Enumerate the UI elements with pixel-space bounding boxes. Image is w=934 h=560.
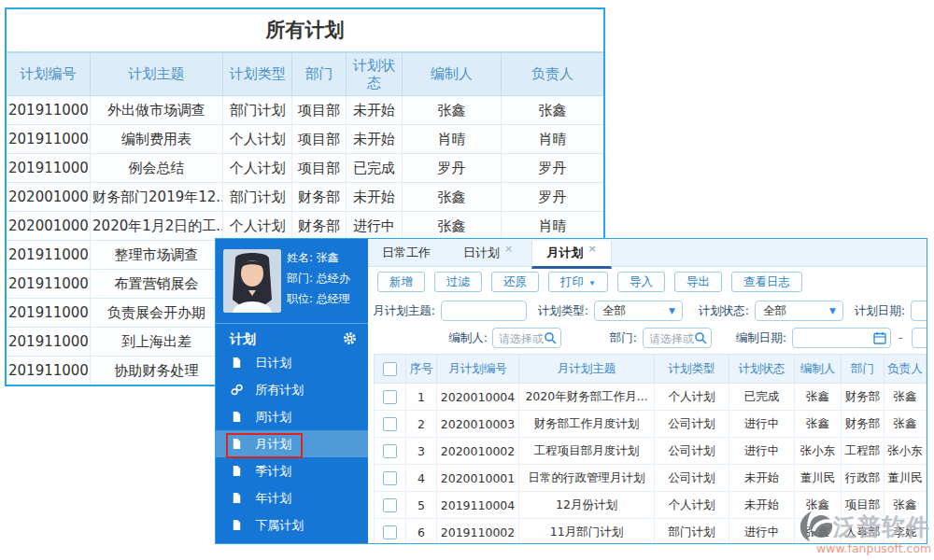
close-icon[interactable]: ×: [587, 243, 596, 255]
row-checkbox[interactable]: [383, 525, 397, 539]
row-checkbox[interactable]: [383, 498, 397, 512]
sidebar-item-label: 周计划: [255, 410, 291, 424]
tab-bar: 日常工作 日计划× 月计划×: [368, 239, 927, 267]
profile-dept: 部门: 总经办: [287, 271, 350, 287]
tab-daily-plan[interactable]: 日计划×: [449, 239, 527, 267]
owner-link[interactable]: 张鑫: [884, 384, 927, 411]
plan-code-link[interactable]: 2019110002: [437, 519, 519, 545]
sidebar-item-weekly-plan[interactable]: 周计划: [216, 403, 368, 430]
reset-button[interactable]: 还原: [491, 272, 539, 292]
plan-subject-link[interactable]: 财务部工作月度计划: [519, 411, 655, 438]
add-button[interactable]: 新增: [377, 272, 425, 292]
plan-code-link[interactable]: 2019110004: [437, 492, 519, 519]
sidebar-item-quarterly-plan[interactable]: 季计划: [216, 457, 368, 484]
view-log-button[interactable]: 查看日志: [731, 272, 802, 292]
author-link[interactable]: 董川民: [795, 465, 842, 492]
sidebar: 姓名: 张鑫 部门: 总经办 职位: 总经理 计划 日计划 所有计划: [216, 239, 368, 543]
dept-input[interactable]: [643, 328, 712, 348]
compile-date-end-input[interactable]: [912, 328, 927, 348]
plan-code-link[interactable]: 2020010004: [437, 384, 519, 411]
table-header-row: 计划编号 计划主题 计划类型 部门 计划状态 编制人 负责人: [7, 53, 603, 96]
type-filter-label: 计划类型:: [532, 301, 588, 321]
compile-date-start-input[interactable]: [792, 328, 891, 348]
plan-code-link[interactable]: 2020010003: [437, 411, 519, 438]
plan-subject-link[interactable]: 日常的行政管理月计划: [519, 465, 655, 492]
print-button[interactable]: 打印▼: [548, 272, 608, 292]
page-title: 所有计划: [7, 9, 603, 53]
table-row[interactable]: 2019110001外出做市场调查部门计划项目部未开始张鑫张鑫: [7, 96, 603, 125]
owner-link[interactable]: 董川民: [884, 465, 927, 492]
table-row[interactable]: 22020010003财务部工作月度计划公司计划进行中张鑫财务部张鑫: [375, 411, 927, 438]
compile-date-filter-label: 编制日期:: [719, 328, 786, 348]
type-select[interactable]: 全部 ▼: [594, 301, 683, 321]
caret-down-icon: ▼: [669, 301, 675, 320]
column-header: 计划状态: [346, 53, 402, 96]
author-link[interactable]: 张小东: [795, 438, 842, 465]
select-all-checkbox[interactable]: [383, 362, 397, 376]
row-checkbox[interactable]: [383, 390, 397, 404]
author-input[interactable]: [492, 328, 561, 348]
filter-button[interactable]: 过滤: [434, 272, 482, 292]
import-button[interactable]: 导入: [617, 272, 665, 292]
plan-date-input[interactable]: [911, 301, 927, 321]
plan-date-filter-label: 计划日期:: [849, 301, 905, 321]
sidebar-item-label: 下属计划: [255, 518, 304, 532]
author-link[interactable]: 张鑫: [795, 411, 842, 438]
plan-subject-link[interactable]: 工程项目部月度计划: [519, 438, 655, 465]
column-header: 计划编号: [7, 53, 91, 96]
plan-subject-link[interactable]: 12月份计划: [519, 492, 655, 519]
table-row[interactable]: 2019110005例会总结个人计划项目部已完成罗丹罗丹: [7, 154, 603, 183]
tab-monthly-plan[interactable]: 月计划×: [531, 241, 611, 269]
avatar: [223, 249, 281, 313]
table-row[interactable]: 42020010001日常的行政管理月计划公司计划未开始董川民行政部董川民: [375, 465, 927, 492]
file-icon: [231, 492, 243, 504]
export-button[interactable]: 导出: [674, 272, 722, 292]
table-row[interactable]: 2020010001财务部门2019年12...部门计划财务部未开始张鑫罗丹: [7, 183, 603, 212]
status-select[interactable]: 全部 ▼: [755, 301, 843, 321]
sidebar-item-monthly-plan[interactable]: 月计划: [216, 430, 368, 457]
close-icon[interactable]: ×: [504, 243, 513, 255]
tab-daily-work[interactable]: 日常工作: [368, 239, 445, 266]
dept-filter-label: 部门:: [570, 328, 637, 348]
watermark-url: www.fanpusoft.com: [816, 541, 930, 555]
sidebar-item-label: 所有计划: [255, 383, 304, 397]
search-icon[interactable]: [694, 331, 707, 344]
sidebar-item-label: 年计划: [255, 491, 291, 505]
sidebar-item-subordinate-plan[interactable]: 下属计划: [216, 511, 368, 539]
owner-link[interactable]: 张鑫: [884, 411, 927, 438]
column-header: 月计划编号: [437, 355, 519, 384]
sidebar-section-plan: 计划: [216, 323, 368, 348]
plan-code-link[interactable]: 2020010001: [437, 465, 519, 492]
watermark-brand: 泛普软件: [833, 511, 930, 542]
sidebar-item-yearly-plan[interactable]: 年计划: [216, 484, 368, 511]
column-header: 部门: [842, 355, 884, 384]
avatar-portrait: [223, 249, 281, 313]
plan-subject-link[interactable]: 11月部门计划: [519, 519, 655, 545]
table-row[interactable]: 20200100022020年1月2日的工...个人计划财务部进行中张鑫肖晴: [7, 212, 603, 241]
table-row[interactable]: 120200100042020年财务部工作月...个人计划已完成张鑫财务部张鑫: [375, 384, 927, 411]
fanpu-logo-icon: [800, 510, 833, 543]
subject-input[interactable]: [441, 301, 527, 321]
row-checkbox[interactable]: [383, 471, 397, 485]
calendar-icon[interactable]: [873, 331, 886, 344]
author-link[interactable]: 张鑫: [795, 384, 842, 411]
gear-icon[interactable]: [343, 331, 357, 345]
search-icon[interactable]: [544, 331, 557, 344]
table-row[interactable]: 32020010002工程项目部月度计划公司计划进行中张小东工程部张小东: [375, 438, 927, 465]
row-checkbox[interactable]: [383, 417, 397, 431]
table-row[interactable]: 2019110004编制费用表个人计划项目部未开始肖晴肖晴: [7, 125, 603, 154]
plan-code-link[interactable]: 2020010002: [437, 438, 519, 465]
column-header: 编制人: [403, 53, 502, 96]
sidebar-item-daily-plan[interactable]: 日计划: [216, 349, 368, 376]
column-header: 计划状态: [729, 355, 795, 384]
column-header: 部门: [292, 53, 346, 96]
profile-name: 姓名: 张鑫: [287, 250, 339, 266]
toolbar: 新增 过滤 还原 打印▼ 导入 导出 查看日志: [368, 267, 927, 296]
sidebar-item-all-plans[interactable]: 所有计划: [216, 376, 368, 403]
sidebar-section-label: 计划: [230, 331, 256, 348]
link-icon: [231, 384, 243, 396]
row-checkbox[interactable]: [383, 444, 397, 458]
owner-link[interactable]: 张小东: [884, 438, 927, 465]
plan-subject-link[interactable]: 2020年财务部工作月...: [519, 384, 655, 411]
profile-title: 职位: 总经理: [287, 291, 350, 307]
